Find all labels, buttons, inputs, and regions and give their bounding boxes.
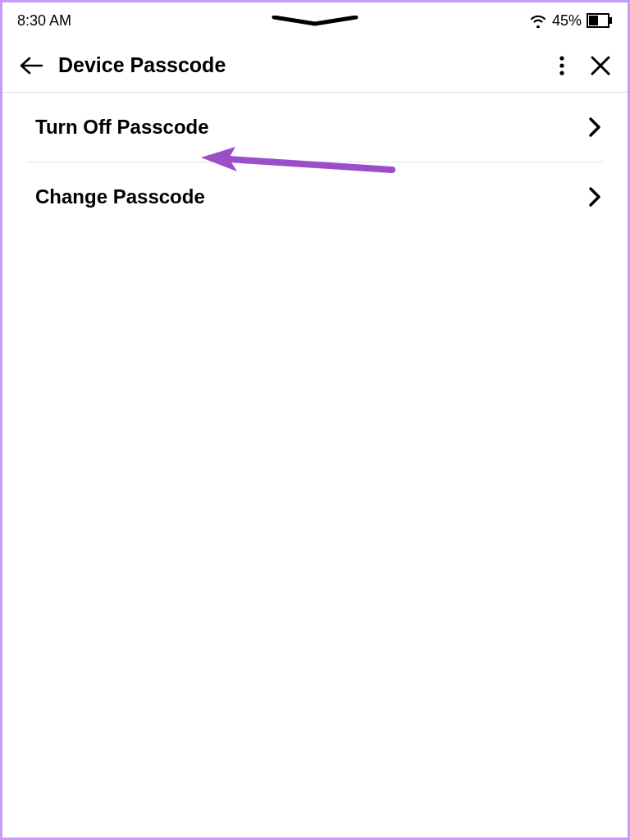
chevron-right-icon xyxy=(588,116,601,138)
back-arrow-icon[interactable] xyxy=(19,56,43,75)
status-time: 8:30 AM xyxy=(17,12,71,30)
svg-point-3 xyxy=(559,56,564,60)
chevron-right-icon xyxy=(588,186,601,208)
svg-rect-1 xyxy=(589,16,598,25)
wifi-icon xyxy=(529,13,547,28)
svg-rect-2 xyxy=(609,17,612,24)
status-right: 45% xyxy=(529,12,613,30)
battery-percent: 45% xyxy=(552,12,582,30)
list-item-label: Turn Off Passcode xyxy=(35,116,209,139)
list-item-label: Change Passcode xyxy=(35,185,205,208)
change-passcode-item[interactable]: Change Passcode xyxy=(19,162,611,231)
header-actions xyxy=(559,55,611,76)
page-title: Device Passcode xyxy=(58,53,544,77)
pull-handle-icon[interactable] xyxy=(270,16,360,32)
svg-point-5 xyxy=(559,71,564,75)
kebab-menu-icon[interactable] xyxy=(559,55,565,76)
svg-point-4 xyxy=(559,63,564,67)
page-header: Device Passcode xyxy=(2,39,628,93)
turn-off-passcode-item[interactable]: Turn Off Passcode xyxy=(19,93,611,162)
close-icon[interactable] xyxy=(590,55,611,76)
battery-icon xyxy=(587,13,613,28)
content: Turn Off Passcode Change Passcode xyxy=(2,93,628,231)
